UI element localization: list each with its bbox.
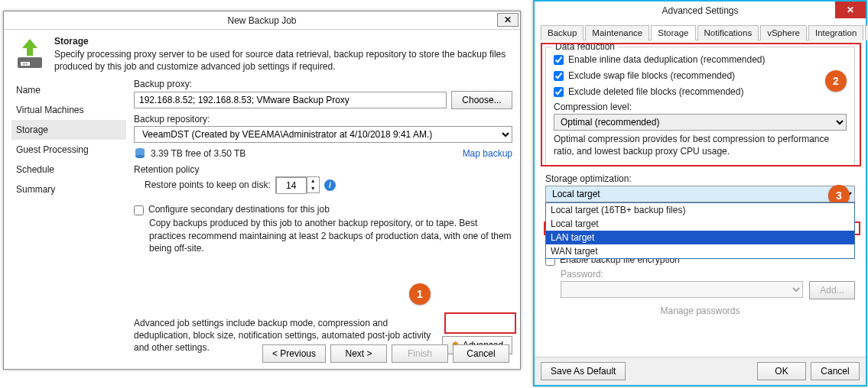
backup-repo-label: Backup repository: bbox=[134, 114, 512, 124]
svg-point-5 bbox=[135, 155, 145, 158]
wizard-sidebar: NameVirtual MachinesStorageGuest Process… bbox=[11, 79, 126, 335]
backup-repo-select[interactable]: VeeamDST (Created by VEEAMA\Administrato… bbox=[134, 126, 512, 143]
storage-opt-list: Local target (16TB+ backup files)Local t… bbox=[545, 202, 855, 259]
tab-scripts[interactable]: Scripts bbox=[865, 25, 868, 40]
sidebar-item-schedule[interactable]: Schedule bbox=[11, 160, 126, 179]
tab-integration[interactable]: Integration bbox=[808, 25, 863, 40]
password-select bbox=[561, 281, 803, 298]
storage-opt-select[interactable]: Local target bbox=[545, 186, 855, 202]
deleted-label: Exclude deleted file blocks (recommended… bbox=[568, 86, 743, 97]
data-reduction-legend: Data reduction bbox=[552, 41, 618, 52]
svg-text:vm: vm bbox=[23, 61, 28, 66]
annotation-badge-1: 1 bbox=[409, 283, 431, 305]
finish-button[interactable]: Finish bbox=[392, 344, 448, 363]
tab-vsphere[interactable]: vSphere bbox=[760, 25, 807, 40]
next-button[interactable]: Next > bbox=[330, 344, 387, 363]
window-title: Advanced Settings bbox=[662, 5, 738, 16]
close-button[interactable]: ✕ bbox=[835, 2, 866, 18]
compression-select[interactable]: Optimal (recommended) bbox=[554, 114, 847, 131]
swap-checkbox[interactable] bbox=[554, 71, 564, 81]
storage-wizard-icon: vm bbox=[11, 36, 48, 73]
storage-opt-label: Storage optimization: bbox=[545, 173, 855, 184]
sidebar-item-storage[interactable]: Storage bbox=[11, 120, 126, 140]
swap-label: Exclude swap file blocks (recommended) bbox=[568, 70, 735, 81]
data-reduction-group: Data reduction Enable inline data dedupl… bbox=[545, 47, 855, 166]
password-label: Password: bbox=[545, 269, 855, 280]
wizard-footer: < Previous Next > Finish Cancel bbox=[262, 344, 509, 363]
info-icon[interactable]: i bbox=[324, 179, 336, 191]
storage-opt-option[interactable]: Local target (16TB+ backup files) bbox=[546, 203, 854, 217]
spinner-up-icon[interactable]: ▲ bbox=[307, 177, 319, 185]
choose-button[interactable]: Choose... bbox=[451, 91, 512, 109]
cancel-button[interactable]: Cancel bbox=[811, 362, 860, 380]
restore-points-label: Restore points to keep on disk: bbox=[145, 179, 271, 190]
free-space-label: 3.39 TB free of 3.50 TB bbox=[151, 148, 458, 159]
restore-points-input[interactable]: ▲▼ bbox=[275, 176, 320, 193]
sidebar-item-name[interactable]: Name bbox=[11, 80, 126, 100]
dialog-footer: Save As Default OK Cancel bbox=[535, 357, 866, 385]
tab-maintenance[interactable]: Maintenance bbox=[585, 25, 649, 40]
dedup-label: Enable inline data deduplication (recomm… bbox=[568, 54, 766, 65]
tab-notifications[interactable]: Notifications bbox=[697, 25, 759, 40]
restore-points-field[interactable] bbox=[276, 177, 307, 194]
close-button[interactable]: ✕ bbox=[497, 13, 519, 27]
storage-opt-option[interactable]: WAN target bbox=[546, 244, 854, 258]
database-icon bbox=[134, 147, 146, 160]
storage-opt-dropdown[interactable]: Local target Local target (16TB+ backup … bbox=[545, 186, 855, 202]
settings-tabs: BackupMaintenanceStorageNotificationsvSp… bbox=[541, 24, 860, 40]
cancel-button[interactable]: Cancel bbox=[453, 344, 509, 363]
backup-proxy-input[interactable] bbox=[134, 92, 447, 108]
storage-opt-option[interactable]: Local target bbox=[546, 217, 854, 231]
storage-panel: Data reduction Enable inline data dedupl… bbox=[535, 40, 866, 322]
secondary-dest-checkbox[interactable] bbox=[134, 205, 144, 215]
advanced-settings-window: Advanced Settings ✕ BackupMaintenanceSto… bbox=[533, 0, 867, 386]
secondary-dest-desc: Copy backups produced by this job to ano… bbox=[134, 217, 512, 254]
titlebar: Advanced Settings ✕ bbox=[535, 2, 866, 20]
tab-backup[interactable]: Backup bbox=[541, 25, 584, 40]
secondary-dest-label: Configure secondary destinations for thi… bbox=[148, 204, 330, 215]
add-password-button: Add... bbox=[809, 281, 855, 299]
new-backup-job-window: New Backup Job ✕ vm Storage Specify proc… bbox=[3, 11, 521, 370]
sidebar-item-guest-processing[interactable]: Guest Processing bbox=[11, 140, 126, 160]
titlebar: New Backup Job ✕ bbox=[4, 11, 520, 30]
storage-form: Backup proxy: Choose... Backup repositor… bbox=[126, 79, 512, 335]
compression-desc: Optimal compression provides for best co… bbox=[554, 134, 847, 157]
page-description: Specify processing proxy server to be us… bbox=[54, 48, 512, 73]
previous-button[interactable]: < Previous bbox=[262, 344, 326, 363]
sidebar-item-summary[interactable]: Summary bbox=[11, 179, 126, 199]
map-backup-link[interactable]: Map backup bbox=[463, 148, 512, 159]
window-title: New Backup Job bbox=[227, 15, 296, 26]
compression-label: Compression level: bbox=[554, 102, 847, 112]
annotation-badge-2: 2 bbox=[825, 70, 847, 92]
dedup-checkbox[interactable] bbox=[554, 55, 564, 65]
sidebar-item-virtual-machines[interactable]: Virtual Machines bbox=[11, 100, 126, 120]
save-default-button[interactable]: Save As Default bbox=[541, 362, 626, 380]
manage-passwords-link: Manage passwords bbox=[545, 306, 855, 316]
deleted-checkbox[interactable] bbox=[554, 87, 564, 97]
tab-storage[interactable]: Storage bbox=[651, 25, 695, 40]
spinner-down-icon[interactable]: ▼ bbox=[307, 185, 319, 192]
page-title: Storage bbox=[54, 36, 512, 47]
retention-label: Retention policy bbox=[134, 164, 512, 175]
header: vm Storage Specify processing proxy serv… bbox=[4, 30, 520, 76]
storage-opt-option[interactable]: LAN target bbox=[546, 231, 854, 244]
ok-button[interactable]: OK bbox=[757, 362, 806, 380]
backup-proxy-label: Backup proxy: bbox=[134, 79, 512, 89]
